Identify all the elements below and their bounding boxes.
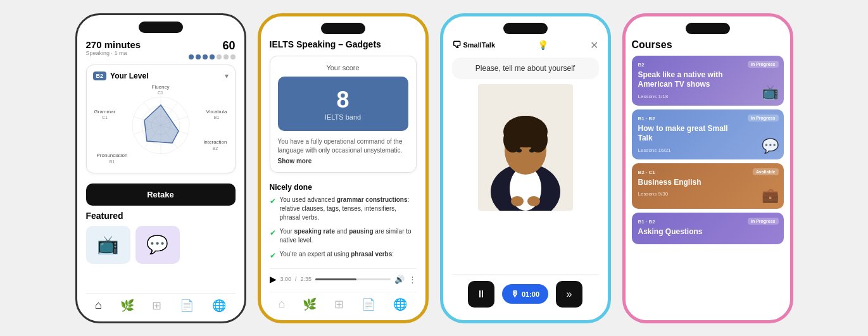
nav2-grid-icon[interactable]: ⊞ [334, 297, 344, 311]
feedback-item-1: ✔ You used advanced grammar construction… [270, 196, 417, 222]
smalltalk-icon: 🗨 [452, 40, 461, 50]
bulb-icon[interactable]: 💡 [538, 40, 548, 50]
phone2-title: IELTS Speaking – Gadgets [270, 39, 417, 49]
play-button[interactable]: ▶ [270, 274, 277, 284]
count-label: 60 [222, 39, 235, 53]
audio-time-total: 2:35 [301, 276, 312, 282]
course-thumb-1: 📺 [762, 84, 779, 101]
dots-row [189, 54, 236, 59]
score-label: Your score [278, 64, 408, 72]
svg-point-17 [506, 116, 544, 139]
interaction-label: InteractionB2 [203, 139, 227, 151]
phone2-nav: ⌂ 🌿 ⊞ 📄 🌐 [270, 292, 417, 314]
minutes-label: 270 minutes [86, 39, 141, 50]
course-name-3: Business English [638, 178, 733, 188]
svg-point-21 [527, 196, 540, 206]
course-card-3[interactable]: B2 · C1 Available Business English Lesso… [632, 163, 784, 209]
course-name-2: How to make great Small Talk [638, 124, 733, 144]
phone1-nav: ⌂ 🌿 ⊞ 📄 🌐 [86, 293, 236, 315]
smalltalk-brand: SmallTalk [463, 41, 496, 49]
notch-2 [321, 23, 365, 34]
question-bubble: Please, tell me about yourself [452, 58, 599, 79]
score-box: 8 IELTS band [278, 77, 408, 131]
chevron-down-icon[interactable]: ▾ [225, 72, 229, 80]
nav-leaf-icon[interactable]: 🌿 [120, 299, 134, 313]
phone3-header: 🗨 SmallTalk 💡 ✕ [452, 39, 599, 51]
course-card-4[interactable]: B1 · B2 In Progress Asking Questions [632, 213, 784, 244]
phone-1: 270 minutes Speaking · 1 ma 60 [75, 13, 246, 323]
svg-point-19 [529, 149, 534, 152]
score-card: Your score 8 IELTS band You have a fully… [270, 56, 417, 173]
course-card-2[interactable]: B1 · B2 In Progress How to make great Sm… [632, 109, 784, 159]
smalltalk-logo: 🗨 SmallTalk [452, 40, 496, 50]
retake-button[interactable]: Retake [86, 184, 236, 206]
course-thumb-2: 💬 [762, 138, 779, 154]
nicely-done-label: Nicely done [270, 183, 417, 192]
nav2-globe-icon[interactable]: 🌐 [393, 297, 407, 311]
radar-svg [129, 94, 192, 157]
course-status-4: In Progress [748, 218, 779, 225]
nav2-doc-icon[interactable]: 📄 [362, 297, 375, 311]
nav-home-icon[interactable]: ⌂ [95, 299, 102, 313]
featured-items: 📺 💬 [86, 226, 236, 264]
level-title: Your Level [110, 72, 220, 80]
phone1-right: 60 [189, 39, 236, 59]
band-label: IELTS band [288, 113, 398, 121]
pronunciation-label: PronunciationB1 [97, 152, 128, 165]
avatar-svg [478, 84, 573, 211]
nav-grid-icon[interactable]: ⊞ [152, 299, 161, 313]
course-name-1: Speak like a native with American TV sho… [638, 70, 733, 90]
pause-button[interactable]: ⏸ [468, 281, 494, 308]
dot-4 [210, 54, 215, 59]
mic-icon: 🎙 [511, 289, 519, 299]
featured-item-2[interactable]: 💬 [135, 226, 180, 264]
phone-3: 🗨 SmallTalk 💡 ✕ Please, tell me about yo… [440, 13, 611, 323]
audio-progress [315, 278, 356, 280]
nav-doc-icon[interactable]: 📄 [180, 299, 194, 313]
radar-chart: FluencyC1 VocabulaB1 InteractionB2 Pronu… [93, 84, 229, 166]
score-description: You have a fully operational command of … [278, 137, 408, 155]
feedback-item-2: ✔ Your speaking rate and pausing are sim… [270, 227, 417, 245]
featured-item-1[interactable]: 📺 [86, 226, 130, 264]
dot-1 [189, 54, 194, 59]
course-card-1[interactable]: B2 In Progress Speak like a native with … [632, 56, 784, 106]
check-icon-2: ✔ [270, 228, 276, 245]
sub-label: Speaking · 1 ma [86, 50, 141, 56]
audio-bar: ▶ 3:00 / 2:35 🔊 ⋮ [270, 268, 417, 289]
nav2-leaf-icon[interactable]: 🌿 [303, 297, 317, 311]
course-status-2: In Progress [748, 115, 779, 121]
avatar-area: Please, tell me about yourself [452, 58, 599, 274]
audio-time-current: 3:00 [280, 276, 292, 282]
audio-track[interactable] [315, 278, 390, 280]
vocab-label: VocabulaB1 [206, 109, 227, 121]
timer-button[interactable]: 🎙 01:00 [502, 284, 548, 304]
check-icon-3: ✔ [270, 251, 276, 261]
phone1-left: 270 minutes Speaking · 1 ma [86, 39, 141, 56]
fluency-label: FluencyC1 [151, 84, 169, 96]
nav-globe-icon[interactable]: 🌐 [212, 299, 226, 313]
dot-7 [230, 54, 236, 59]
notch-4 [686, 23, 730, 34]
dot-5 [217, 54, 222, 59]
show-more-button[interactable]: Show more [278, 158, 408, 165]
timer-label: 01:00 [522, 290, 539, 298]
skip-button[interactable]: » [556, 281, 582, 308]
dot-6 [223, 54, 229, 59]
featured-title: Featured [86, 211, 236, 221]
notch-3 [503, 23, 548, 34]
phone1-header: 270 minutes Speaking · 1 ma 60 [86, 39, 236, 59]
phone-2: IELTS Speaking – Gadgets Your score 8 IE… [258, 13, 429, 323]
svg-point-20 [511, 196, 524, 206]
more-options-icon[interactable]: ⋮ [408, 275, 417, 284]
course-status-3: Available [753, 168, 778, 175]
phone3-controls: ⏸ 🎙 01:00 » [452, 274, 599, 314]
course-status-1: In Progress [748, 61, 779, 68]
audio-time-sep: / [295, 276, 297, 282]
close-icon[interactable]: ✕ [590, 39, 598, 51]
volume-icon[interactable]: 🔊 [394, 275, 405, 284]
nav2-home-icon[interactable]: ⌂ [279, 297, 286, 311]
svg-point-18 [517, 149, 522, 152]
score-number: 8 [288, 87, 398, 113]
dot-2 [196, 54, 201, 59]
phones-container: 270 minutes Speaking · 1 ma 60 [75, 13, 793, 323]
